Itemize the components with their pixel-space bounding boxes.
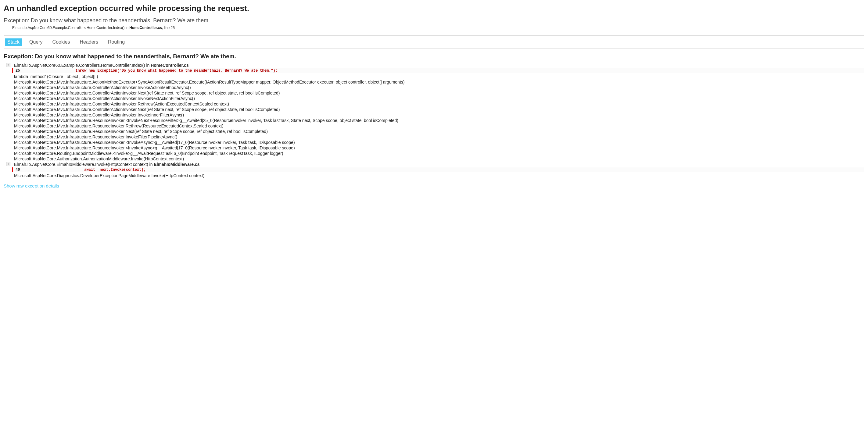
tab-routing[interactable]: Routing	[105, 38, 127, 46]
frame-text: Microsoft.AspNetCore.Diagnostics.Develop…	[12, 173, 204, 178]
frame-text: Microsoft.AspNetCore.Routing.EndpointMid…	[12, 151, 283, 156]
stack-frame: Microsoft.AspNetCore.Mvc.Infrastructure.…	[5, 134, 864, 139]
summary-frame-file: HomeController.cs	[129, 26, 162, 30]
tab-stack[interactable]: Stack	[5, 38, 22, 46]
frame-text: Microsoft.AspNetCore.Mvc.Infrastructure.…	[12, 129, 268, 134]
stack-frame: Microsoft.AspNetCore.Mvc.Infrastructure.…	[5, 85, 864, 90]
error-page: An unhandled exception occurred while pr…	[0, 0, 868, 200]
code-line: 25. throw new Exception("Do you know wha…	[5, 68, 864, 73]
code-source: await _next.Invoke(context);	[49, 168, 146, 172]
frame-prefix: Microsoft.AspNetCore.Mvc.Infrastructure.…	[14, 85, 191, 90]
stack-frame: Microsoft.AspNetCore.Mvc.Infrastructure.…	[5, 129, 864, 134]
stack-frame: +Elmah.Io.AspNetCore60.Example.Controlle…	[5, 63, 864, 68]
frame-text: Microsoft.AspNetCore.Mvc.Infrastructure.…	[12, 146, 295, 150]
tab-headers[interactable]: Headers	[77, 38, 100, 46]
stack-frame: Microsoft.AspNetCore.Mvc.Infrastructure.…	[5, 140, 864, 145]
stack-frame: Microsoft.AspNetCore.Mvc.Infrastructure.…	[5, 101, 864, 106]
frame-text: Microsoft.AspNetCore.Mvc.Infrastructure.…	[12, 107, 280, 112]
frame-prefix: Microsoft.AspNetCore.Authorization.Autho…	[14, 156, 184, 161]
frame-prefix: Microsoft.AspNetCore.Mvc.Infrastructure.…	[14, 107, 280, 112]
frame-prefix: Microsoft.AspNetCore.Mvc.Infrastructure.…	[14, 146, 295, 150]
frame-prefix: Microsoft.AspNetCore.Mvc.Infrastructure.…	[14, 134, 177, 139]
frame-prefix: Microsoft.AspNetCore.Mvc.Infrastructure.…	[14, 101, 229, 106]
frame-text: Microsoft.AspNetCore.Mvc.Infrastructure.…	[12, 123, 223, 128]
stack-frame: Microsoft.AspNetCore.Mvc.Infrastructure.…	[5, 146, 864, 150]
frame-text: Microsoft.AspNetCore.Mvc.Infrastructure.…	[12, 140, 295, 145]
frame-file: HomeController.cs	[151, 63, 188, 68]
frame-prefix: Elmah.Io.AspNetCore60.Example.Controller…	[14, 63, 151, 68]
frame-text[interactable]: Elmah.Io.AspNetCore60.Example.Controller…	[12, 63, 189, 68]
code-lineno: 40.	[16, 168, 49, 172]
frame-prefix: lambda_method1(Closure , object , object…	[14, 74, 98, 79]
code-source: throw new Exception("Do you know what ha…	[49, 69, 278, 73]
stack-frame: Microsoft.AspNetCore.Mvc.Infrastructure.…	[5, 123, 864, 128]
frame-prefix: Microsoft.AspNetCore.Mvc.Infrastructure.…	[14, 123, 223, 128]
frame-text: lambda_method1(Closure , object , object…	[12, 74, 98, 79]
frame-prefix: Microsoft.AspNetCore.Mvc.Infrastructure.…	[14, 129, 268, 134]
show-raw-link[interactable]: Show raw exception details	[4, 183, 59, 188]
stack-frame: Microsoft.AspNetCore.Mvc.Infrastructure.…	[5, 96, 864, 101]
frame-text: Microsoft.AspNetCore.Mvc.Infrastructure.…	[12, 118, 398, 123]
frame-prefix: Microsoft.AspNetCore.Diagnostics.Develop…	[14, 173, 204, 178]
expand-cell: +	[5, 63, 11, 67]
frame-prefix: Microsoft.AspNetCore.Routing.EndpointMid…	[14, 151, 283, 156]
frame-text: Microsoft.AspNetCore.Mvc.Infrastructure.…	[12, 91, 280, 95]
frame-file: ElmahIoMiddleware.cs	[154, 162, 199, 167]
stack-frame: Microsoft.AspNetCore.Mvc.Infrastructure.…	[5, 113, 864, 117]
frame-prefix: Microsoft.AspNetCore.Mvc.Infrastructure.…	[14, 96, 195, 101]
frame-text: Microsoft.AspNetCore.Mvc.Infrastructure.…	[12, 96, 195, 101]
frame-text: Microsoft.AspNetCore.Mvc.Infrastructure.…	[12, 85, 191, 90]
frame-text: Microsoft.AspNetCore.Mvc.Infrastructure.…	[12, 101, 229, 106]
tab-query[interactable]: Query	[27, 38, 45, 46]
code-line: 40. await _next.Invoke(context);	[5, 167, 864, 172]
frame-text: Microsoft.AspNetCore.Mvc.Infrastructure.…	[12, 134, 177, 139]
frame-prefix: Microsoft.AspNetCore.Mvc.Infrastructure.…	[14, 80, 404, 85]
summary-frame-suffix: , line 25	[162, 26, 175, 30]
stack-frame: lambda_method1(Closure , object , object…	[5, 74, 864, 79]
stack-trace: +Elmah.Io.AspNetCore60.Example.Controlle…	[4, 63, 864, 178]
code-lineno: 25.	[16, 69, 49, 73]
stack-frame: Microsoft.AspNetCore.Diagnostics.Develop…	[5, 173, 864, 178]
stack-frame: Microsoft.AspNetCore.Authorization.Autho…	[5, 156, 864, 161]
summary-frame: Elmah.Io.AspNetCore60.Example.Controller…	[12, 26, 864, 30]
code-box: 40. await _next.Invoke(context);	[12, 167, 864, 172]
stack-frame: +Elmah.Io.AspNetCore.ElmahIoMiddleware.I…	[5, 162, 864, 167]
exception-summary: Exception: Do you know what happened to …	[4, 18, 864, 24]
stack-frame: Microsoft.AspNetCore.Mvc.Infrastructure.…	[5, 80, 864, 85]
frame-text: Microsoft.AspNetCore.Mvc.Infrastructure.…	[12, 80, 404, 85]
code-box: 25. throw new Exception("Do you know wha…	[12, 68, 864, 73]
frame-prefix: Microsoft.AspNetCore.Mvc.Infrastructure.…	[14, 91, 280, 95]
stack-frame: Microsoft.AspNetCore.Routing.EndpointMid…	[5, 151, 864, 156]
frame-prefix: Elmah.Io.AspNetCore.ElmahIoMiddleware.In…	[14, 162, 154, 167]
frame-text: Microsoft.AspNetCore.Authorization.Autho…	[12, 156, 184, 161]
frame-prefix: Microsoft.AspNetCore.Mvc.Infrastructure.…	[14, 118, 398, 123]
stack-frame: Microsoft.AspNetCore.Mvc.Infrastructure.…	[5, 118, 864, 123]
divider	[4, 179, 864, 179]
frame-text: Microsoft.AspNetCore.Mvc.Infrastructure.…	[12, 113, 184, 117]
tab-bar: StackQueryCookiesHeadersRouting	[4, 36, 864, 49]
frame-text[interactable]: Elmah.Io.AspNetCore.ElmahIoMiddleware.In…	[12, 162, 200, 167]
tab-cookies[interactable]: Cookies	[50, 38, 72, 46]
frame-prefix: Microsoft.AspNetCore.Mvc.Infrastructure.…	[14, 140, 295, 145]
frame-prefix: Microsoft.AspNetCore.Mvc.Infrastructure.…	[14, 113, 184, 117]
exception-heading: Exception: Do you know what happened to …	[4, 53, 864, 60]
page-title: An unhandled exception occurred while pr…	[4, 4, 864, 13]
expand-cell: +	[5, 162, 11, 166]
summary-frame-prefix: Elmah.Io.AspNetCore60.Example.Controller…	[12, 26, 129, 30]
expand-frame-button[interactable]: +	[6, 162, 10, 166]
expand-frame-button[interactable]: +	[6, 63, 10, 67]
stack-frame: Microsoft.AspNetCore.Mvc.Infrastructure.…	[5, 91, 864, 95]
stack-frame: Microsoft.AspNetCore.Mvc.Infrastructure.…	[5, 107, 864, 112]
